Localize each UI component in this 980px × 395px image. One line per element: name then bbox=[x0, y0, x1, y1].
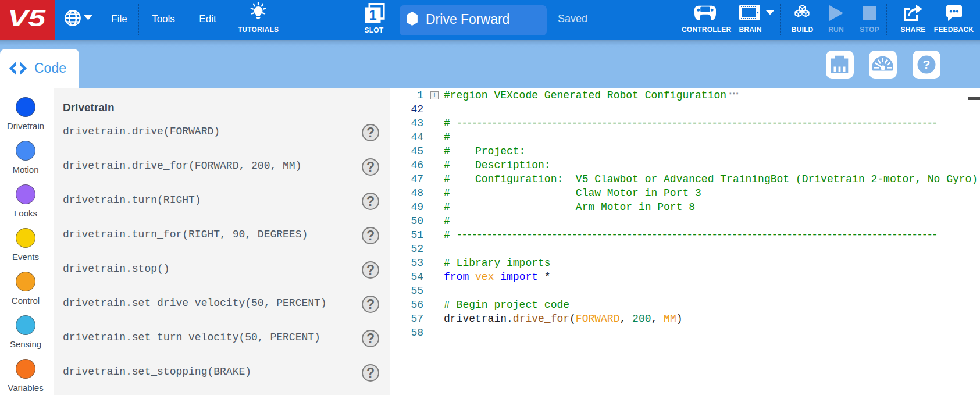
svg-text:1: 1 bbox=[369, 8, 377, 23]
svg-text:?: ? bbox=[923, 58, 931, 71]
